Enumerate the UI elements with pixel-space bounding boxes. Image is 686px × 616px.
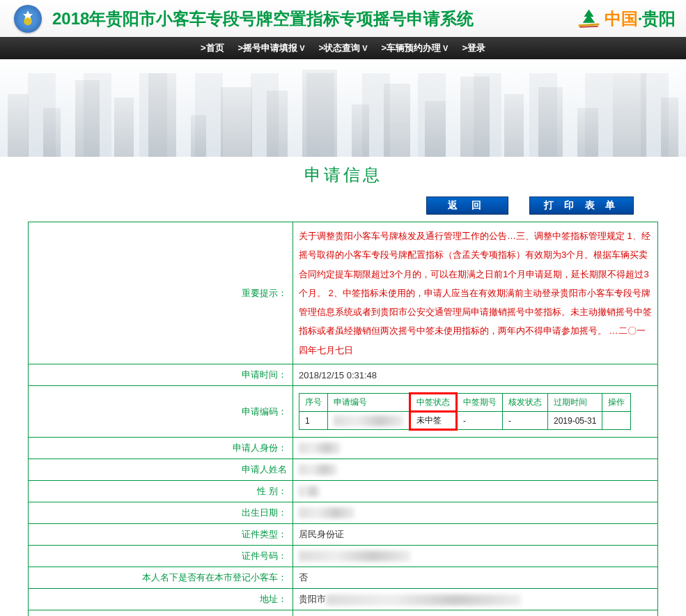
address-label: 地址： bbox=[29, 589, 293, 610]
notice-text: 关于调整贵阳小客车号牌核发及通行管理工作的公告…三、调整中签指标管理规定 1、经… bbox=[293, 222, 658, 364]
chevron-down-icon: V bbox=[299, 44, 304, 52]
apply-time-label: 申请时间： bbox=[29, 364, 293, 386]
application-code-table: 序号 申请编号 中签状态 中签期号 核发状态 过期时间 操作 1 xxxxxxx… bbox=[299, 392, 631, 431]
apply-time-value: 2018/12/15 0:31:48 bbox=[293, 364, 658, 386]
cell-expire: 2019-05-31 bbox=[548, 412, 602, 430]
brand-city: 贵阳 bbox=[642, 10, 676, 28]
gender-label: 性 别： bbox=[29, 481, 293, 502]
main-nav: >首页 >摇号申请填报 V >状态查询 V >车辆预约办理 V >登录 bbox=[0, 37, 686, 59]
cell-issue: - bbox=[503, 412, 548, 430]
hascar-value: 否 bbox=[293, 567, 658, 589]
identity-value: xxx bbox=[293, 438, 658, 459]
email-value bbox=[293, 610, 658, 616]
cell-seq: 1 bbox=[299, 412, 328, 430]
svg-point-0 bbox=[24, 17, 32, 25]
city-background bbox=[0, 59, 686, 157]
col-code: 申请编号 bbox=[328, 394, 410, 412]
col-op: 操作 bbox=[602, 394, 631, 412]
idtype-label: 证件类型： bbox=[29, 524, 293, 546]
apply-code-label: 申请编码： bbox=[29, 386, 293, 438]
idno-value: xxxxxxxxxx bbox=[293, 546, 658, 567]
address-value: 贵阳市xxxxxxxxxxxxxxxxxx bbox=[293, 589, 658, 610]
system-title: 2018年贵阳市小客车专段号牌空置指标专项摇号申请系统 bbox=[52, 8, 474, 30]
page-header: 2018年贵阳市小客车专段号牌空置指标专项摇号申请系统 中国·贵阳 bbox=[0, 0, 686, 37]
cell-status: 未中签 bbox=[410, 412, 457, 430]
notice-label: 重要提示： bbox=[29, 222, 293, 364]
nav-vehicle[interactable]: >车辆预约办理 V bbox=[381, 42, 448, 54]
idno-label: 证件号码： bbox=[29, 546, 293, 567]
identity-label: 申请人身份： bbox=[29, 438, 293, 459]
email-label: 电子邮箱： bbox=[29, 610, 293, 616]
print-button[interactable]: 打 印 表 单 bbox=[529, 197, 634, 215]
name-label: 申请人姓名 bbox=[29, 459, 293, 481]
hascar-label: 本人名下是否有在本市登记小客车： bbox=[29, 567, 293, 589]
col-seq: 序号 bbox=[299, 394, 328, 412]
table-row: 1 xxxxxxxxxx 未中签 - - 2019-05-31 bbox=[299, 412, 631, 430]
chevron-down-icon: V bbox=[443, 44, 448, 52]
application-info-table: 重要提示： 关于调整贵阳小客车号牌核发及通行管理工作的公告…三、调整中签指标管理… bbox=[28, 222, 658, 616]
cell-code: xxxxxxxxxx bbox=[328, 412, 410, 430]
back-button[interactable]: 返 回 bbox=[426, 197, 508, 215]
cell-period: - bbox=[457, 412, 503, 430]
col-issue: 核发状态 bbox=[503, 394, 548, 412]
nav-home[interactable]: >首页 bbox=[201, 42, 224, 54]
col-expire: 过期时间 bbox=[548, 394, 602, 412]
gender-value: x bbox=[293, 481, 658, 502]
tree-icon bbox=[577, 6, 601, 31]
nav-login[interactable]: >登录 bbox=[462, 42, 485, 54]
section-title: 申请信息 bbox=[28, 164, 658, 186]
idtype-value: 居民身份证 bbox=[293, 524, 658, 546]
nav-apply[interactable]: >摇号申请填报 V bbox=[238, 42, 305, 54]
nav-status[interactable]: >状态查询 V bbox=[319, 42, 368, 54]
cell-op bbox=[602, 412, 631, 430]
brand-china: 中国 bbox=[605, 10, 638, 28]
police-badge-icon bbox=[14, 5, 42, 33]
birth-value: xxxx bbox=[293, 502, 658, 524]
city-brand: 中国·贵阳 bbox=[577, 6, 676, 31]
col-status: 中签状态 bbox=[410, 394, 457, 412]
apply-code-value: 序号 申请编号 中签状态 中签期号 核发状态 过期时间 操作 1 xxxxxxx… bbox=[293, 386, 658, 438]
name-value: xxx bbox=[293, 459, 658, 481]
col-period: 中签期号 bbox=[457, 394, 503, 412]
birth-label: 出生日期： bbox=[29, 502, 293, 524]
chevron-down-icon: V bbox=[362, 44, 367, 52]
